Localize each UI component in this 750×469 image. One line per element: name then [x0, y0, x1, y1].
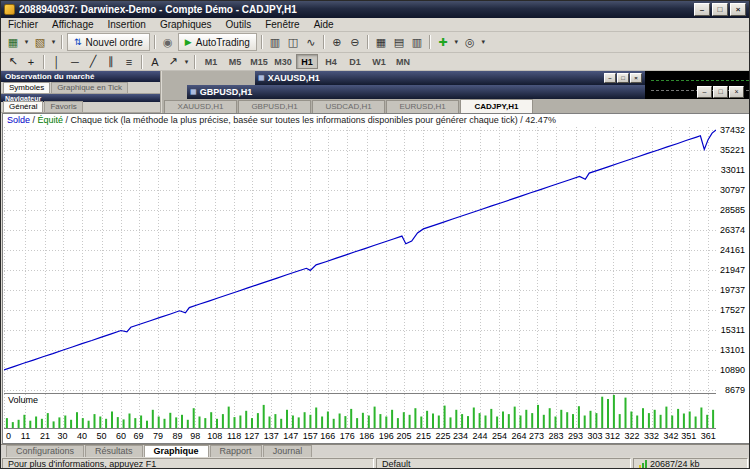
new-chart-icon[interactable]: ▦ [4, 34, 22, 51]
new-chart-dropdown[interactable]: ▾ [22, 34, 31, 51]
maximize-button[interactable]: □ [712, 3, 728, 16]
volume-bar [47, 413, 49, 428]
x-axis-label: 351 [681, 431, 696, 442]
child-minimize-button[interactable]: – [697, 86, 712, 98]
chart-window-titlebar-gbpusd[interactable]: ▦ GBPUSD,H1 [187, 85, 645, 99]
child-close-button[interactable]: × [630, 73, 642, 83]
x-axis-label: 312 [605, 431, 620, 442]
volume-bar [18, 420, 20, 428]
x-axis-label: 0 [6, 431, 11, 442]
child-minimize-button[interactable]: – [604, 73, 616, 83]
bar-chart-icon[interactable]: ▥ [266, 34, 284, 51]
x-axis-label: 254 [492, 431, 507, 442]
indicators-dropdown[interactable]: ▾ [452, 34, 461, 51]
profiles-dropdown[interactable]: ▾ [49, 34, 58, 51]
volume-bar [636, 416, 638, 429]
timeframe-m5[interactable]: M5 [224, 54, 246, 69]
minimize-button[interactable]: – [694, 3, 710, 16]
volume-bar [502, 412, 504, 429]
fibonacci-icon[interactable]: ≡ [120, 53, 138, 70]
y-axis-label: 15311 [721, 326, 745, 335]
profiles-icon[interactable]: ▧ [31, 34, 49, 51]
zoom-out-icon[interactable]: ⊖ [346, 34, 364, 51]
text-label-icon[interactable]: A [146, 53, 164, 70]
menu-item-fichier[interactable]: Fichier [1, 18, 45, 32]
volume-bar [216, 419, 218, 428]
menu-item-insertion[interactable]: Insertion [101, 18, 153, 32]
app-icon [4, 4, 15, 15]
chart-tab-usdcad-h1[interactable]: USDCAD,H1 [312, 100, 385, 113]
timeframe-d1[interactable]: D1 [344, 54, 366, 69]
status-connection[interactable]: 20687/24 kb [633, 458, 748, 469]
navigator-tab-favoris[interactable]: Favoris [44, 101, 82, 112]
arrows-icon[interactable]: ↗ [164, 53, 182, 70]
autotrading-button[interactable]: ▶AutoTrading [178, 33, 257, 51]
expert-advisors-icon[interactable]: ◉ [159, 34, 177, 51]
arrows-dropdown[interactable]: ▾ [182, 53, 191, 70]
tile-vertical-icon[interactable]: ▥ [408, 34, 426, 51]
volume-bar [520, 416, 522, 429]
menu-item-graphiques[interactable]: Graphiques [153, 18, 219, 32]
cursor-icon[interactable]: ↖ [4, 53, 22, 70]
menu-item-outils[interactable]: Outils [219, 18, 259, 32]
tester-tab-rapport[interactable]: Rapport [210, 445, 262, 457]
balance-chart[interactable] [4, 127, 716, 393]
line-chart-icon[interactable]: ∿ [302, 34, 320, 51]
menu-item-affichage[interactable]: Affichage [45, 18, 101, 32]
volume-bar [193, 408, 195, 428]
chart-tab-gbpusd-h1[interactable]: GBPUSD,H1 [238, 100, 311, 113]
x-axis-label: 108 [207, 431, 222, 442]
close-button[interactable]: × [730, 3, 746, 16]
volume-bar [6, 418, 8, 428]
volume-bar [339, 414, 341, 429]
new-order-button[interactable]: ⇅Nouvel ordre [67, 33, 150, 51]
volume-bar [665, 407, 667, 428]
child-restore-button[interactable]: □ [617, 73, 629, 83]
timeframe-m1[interactable]: M1 [200, 54, 222, 69]
maximized-window-controls: –□× [697, 86, 744, 98]
candlestick-chart-icon[interactable]: ◫ [284, 34, 302, 51]
timeframe-mn[interactable]: MN [392, 54, 414, 69]
child-restore-button[interactable]: □ [713, 86, 728, 98]
vertical-line-icon[interactable]: │ [48, 53, 66, 70]
templates-dropdown[interactable]: ▾ [479, 34, 488, 51]
zoom-in-icon[interactable]: ⊕ [328, 34, 346, 51]
tester-tab-configurations[interactable]: Configurations [6, 445, 84, 457]
market-watch-tab-graphique-en-tick[interactable]: Graphique en Tick [51, 82, 128, 93]
templates-icon[interactable]: ◎ [461, 34, 479, 51]
volume-bar [99, 417, 101, 429]
tile-windows-icon[interactable]: ▦ [372, 34, 390, 51]
market-watch-tab-symboles[interactable]: Symboles [3, 82, 50, 93]
horizontal-line-icon[interactable]: ─ [66, 53, 84, 70]
menu-item-fenetre[interactable]: Fenêtre [258, 18, 306, 32]
timeframe-w1[interactable]: W1 [368, 54, 390, 69]
timeframe-h1[interactable]: H1 [296, 54, 318, 69]
tester-tab-journal[interactable]: Journal [263, 445, 313, 457]
child-close-button[interactable]: × [729, 86, 744, 98]
tester-tab-resultats[interactable]: Résultats [85, 445, 143, 457]
timeframe-m15[interactable]: M15 [248, 54, 270, 69]
timeframe-m30[interactable]: M30 [272, 54, 294, 69]
indicators-icon[interactable]: ✚ [434, 34, 452, 51]
volume-bar [292, 416, 294, 429]
chart-window-titlebar-xauusd[interactable]: ▦ XAUUSD,H1 –□× [255, 71, 645, 85]
crosshair-icon[interactable]: + [22, 53, 40, 70]
navigator-tab-general[interactable]: Général [3, 101, 43, 112]
status-profile[interactable]: Default [376, 458, 631, 469]
menu-bar: FichierAffichageInsertionGraphiquesOutil… [1, 18, 749, 32]
volume-bar [578, 406, 580, 428]
trendline-icon[interactable]: ╱ [84, 53, 102, 70]
chart-tab-eurusd-h1[interactable]: EURUSD,H1 [386, 100, 459, 113]
menu-item-aide[interactable]: Aide [307, 18, 341, 32]
tester-tab-graphique[interactable]: Graphique [144, 445, 209, 457]
volume-bar [461, 414, 463, 428]
x-axis-label: 273 [529, 431, 544, 442]
chart-tab-xauusd-h1[interactable]: XAUUSD,H1 [164, 100, 237, 113]
cascade-windows-icon[interactable]: ▤ [390, 34, 408, 51]
timeframe-h4[interactable]: H4 [320, 54, 342, 69]
autotrading-button-icon: ▶ [185, 37, 192, 47]
chart-tab-cadjpy-h1[interactable]: CADJPY,H1 [460, 99, 533, 113]
x-axis-label: 205 [396, 431, 411, 442]
toolbar-separator [323, 35, 325, 49]
equidistant-channel-icon[interactable]: ∥ [102, 53, 120, 70]
